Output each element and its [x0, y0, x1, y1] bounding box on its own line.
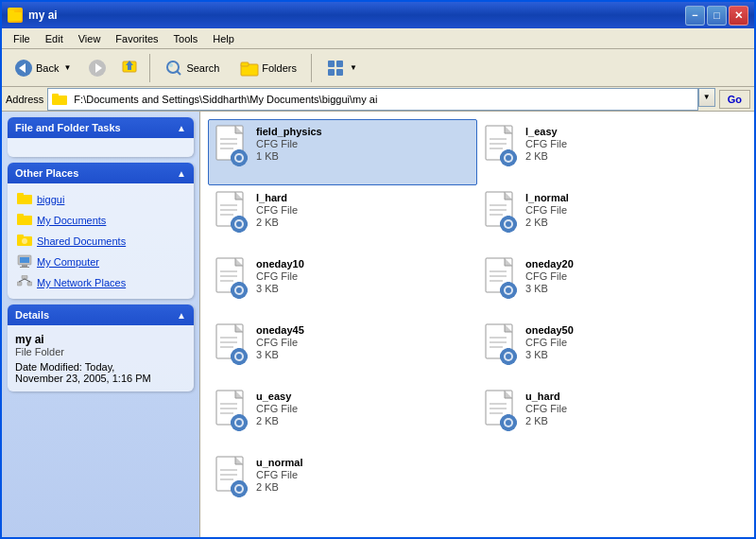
file-item[interactable]: oneday50 CFG File 3 KB — [477, 318, 747, 384]
views-icon — [326, 59, 345, 78]
sidebar-item-my-computer[interactable]: My Computer — [11, 252, 190, 272]
go-button[interactable]: Go — [719, 90, 750, 109]
up-icon — [120, 59, 139, 78]
sidebar-item-shared-documents[interactable]: Shared Documents — [11, 231, 190, 252]
back-button[interactable]: Back ▼ — [6, 55, 79, 81]
back-dropdown-arrow: ▼ — [63, 63, 71, 72]
file-size: 1 KB — [256, 150, 322, 162]
menu-file[interactable]: File — [6, 31, 38, 46]
svg-rect-117 — [507, 296, 510, 299]
file-name: u_easy — [256, 391, 298, 402]
forward-button[interactable] — [83, 55, 112, 81]
svg-rect-8 — [128, 65, 131, 70]
file-info: l_easy CFG File 2 KB — [525, 124, 567, 162]
folders-button[interactable]: Folders — [232, 55, 305, 81]
svg-rect-158 — [237, 414, 241, 417]
details-header[interactable]: Details ▲ — [8, 304, 194, 325]
maximize-button[interactable]: □ — [707, 6, 727, 26]
svg-rect-74 — [237, 216, 241, 218]
file-item[interactable]: l_hard CFG File 2 KB — [208, 185, 477, 252]
file-cfg-icon — [484, 256, 520, 300]
file-item[interactable]: l_easy CFG File 2 KB — [477, 119, 747, 185]
svg-point-115 — [506, 287, 511, 293]
details-type: File Folder — [15, 346, 186, 357]
svg-rect-13 — [241, 62, 249, 66]
svg-point-59 — [506, 155, 511, 161]
address-dropdown-arrow[interactable]: ▼ — [698, 88, 715, 107]
svg-rect-76 — [231, 222, 233, 226]
file-type: CFG File — [256, 469, 303, 480]
svg-rect-130 — [237, 348, 241, 351]
svg-rect-1 — [9, 10, 14, 14]
menu-view[interactable]: View — [71, 31, 109, 46]
svg-point-87 — [506, 221, 511, 227]
svg-rect-31 — [22, 275, 27, 279]
file-item[interactable]: oneday20 CFG File 3 KB — [477, 252, 747, 318]
file-name: oneday45 — [256, 324, 304, 336]
sidebar-link-biggui-label: biggui — [37, 194, 64, 205]
file-item[interactable]: u_hard CFG File 2 KB — [477, 384, 747, 450]
svg-rect-104 — [231, 288, 233, 292]
forward-icon — [88, 59, 107, 78]
address-input[interactable] — [70, 90, 693, 109]
close-button[interactable]: ✕ — [729, 6, 748, 26]
file-cfg-icon — [484, 124, 520, 167]
svg-rect-15 — [336, 61, 343, 67]
svg-rect-146 — [500, 355, 503, 358]
folders-label: Folders — [262, 62, 297, 74]
file-size: 2 KB — [525, 150, 567, 162]
file-info: l_normal CFG File 2 KB — [525, 190, 569, 228]
file-item[interactable]: oneday45 CFG File 3 KB — [208, 318, 477, 384]
file-name: l_easy — [525, 126, 567, 137]
file-info: oneday45 CFG File 3 KB — [256, 322, 304, 360]
file-size: 2 KB — [256, 481, 303, 493]
file-info: field_physics CFG File 1 KB — [256, 124, 322, 162]
svg-point-73 — [236, 221, 242, 227]
svg-rect-160 — [231, 421, 233, 425]
file-name: l_normal — [525, 192, 569, 203]
sidebar-item-network-places[interactable]: My Network Places — [11, 272, 190, 293]
file-info: u_easy CFG File 2 KB — [256, 389, 298, 426]
other-places-header[interactable]: Other Places ▲ — [8, 163, 194, 183]
file-item[interactable]: field_physics CFG File 1 KB — [208, 119, 477, 185]
svg-rect-75 — [237, 230, 241, 233]
details-date-label: Date Modified: Today, November 23, 2005,… — [15, 361, 186, 384]
search-button[interactable]: Search — [156, 55, 228, 81]
file-cfg-icon — [215, 256, 250, 300]
sidebar-item-biggui[interactable]: biggui — [11, 189, 190, 210]
sidebar-item-my-documents[interactable]: My Documents — [11, 210, 190, 231]
file-item[interactable]: u_normal CFG File 2 KB — [208, 450, 477, 516]
file-type: CFG File — [525, 204, 569, 216]
svg-point-129 — [236, 354, 242, 359]
file-info: l_hard CFG File 2 KB — [256, 190, 298, 228]
file-name: oneday20 — [525, 258, 574, 270]
file-cfg-icon — [484, 190, 520, 234]
file-cfg-icon — [215, 455, 250, 498]
file-item[interactable]: l_normal CFG File 2 KB — [477, 185, 747, 252]
menu-help[interactable]: Help — [205, 31, 242, 46]
svg-point-185 — [236, 486, 242, 492]
other-places-chevron: ▲ — [177, 168, 186, 179]
menu-edit[interactable]: Edit — [38, 31, 71, 46]
file-name: oneday10 — [256, 258, 304, 270]
sidebar-link-mycomputer-label: My Computer — [37, 256, 99, 268]
svg-rect-91 — [514, 222, 517, 226]
other-places-section: Other Places ▲ biggui — [8, 163, 194, 299]
folders-icon — [240, 59, 259, 78]
views-button[interactable]: ▼ — [318, 55, 366, 81]
minimize-button[interactable]: − — [685, 6, 705, 26]
up-button[interactable] — [115, 55, 144, 81]
file-item[interactable]: u_easy CFG File 2 KB — [208, 384, 477, 450]
menu-favorites[interactable]: Favorites — [108, 31, 165, 46]
file-item[interactable]: oneday10 CFG File 3 KB — [208, 252, 477, 318]
details-chevron: ▲ — [177, 310, 186, 321]
svg-rect-189 — [245, 487, 248, 491]
file-folder-tasks-header[interactable]: File and Folder Tasks ▲ — [8, 117, 194, 138]
svg-point-26 — [22, 238, 27, 244]
file-size: 2 KB — [256, 217, 298, 228]
network-icon — [17, 275, 32, 290]
menu-tools[interactable]: Tools — [166, 31, 206, 46]
other-places-label: Other Places — [15, 167, 78, 179]
main-content: File and Folder Tasks ▲ Other Places ▲ — [2, 112, 754, 539]
folder-biggui-icon — [17, 192, 32, 207]
